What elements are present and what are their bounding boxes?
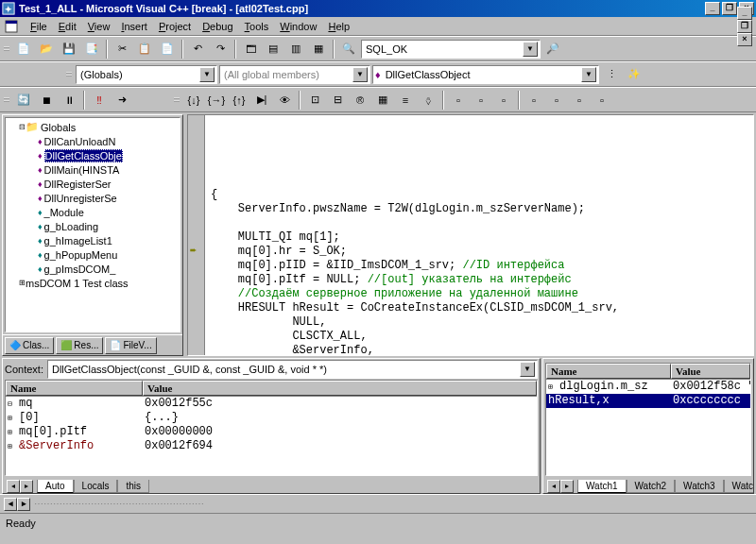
tab-this[interactable]: this [117,480,149,493]
step-over-icon[interactable]: {→} [206,90,227,110]
header-name[interactable]: Name [6,381,143,396]
tb-btn-c[interactable]: ▫ [493,90,514,110]
tab-fileview[interactable]: 📄FileV... [105,337,156,354]
tree-item[interactable]: DllMain(HINSTA [44,164,120,176]
minimize-button[interactable]: _ [705,2,720,15]
tree-item[interactable]: DllCanUnloadN [44,136,116,147]
full-screen-icon[interactable]: ▦ [308,39,329,59]
menu-help[interactable]: Help [322,19,355,34]
redo-icon[interactable]: ↷ [210,39,231,59]
save-icon[interactable]: 💾 [59,39,79,59]
tree-item[interactable]: DllUnregisterSe [44,193,117,204]
collapse-icon[interactable]: ⊟ [19,124,26,131]
tab-classview[interactable]: 🔷Clas... [5,337,54,354]
header-value[interactable]: Value [143,381,537,396]
undo-icon[interactable]: ↶ [187,39,208,59]
workspace-icon[interactable]: 🗔 [240,39,261,59]
tab-watch4[interactable]: Watch4 [724,480,754,493]
apply-changes-icon[interactable]: ‼ [89,90,110,110]
menu-edit[interactable]: Edit [53,19,82,34]
quickwatch-icon[interactable]: 👁 [274,90,295,110]
mdi-close-button[interactable]: × [737,33,752,46]
new-file-icon[interactable]: 📄 [13,39,34,59]
variables-list[interactable]: NameValue ⊟ mq0x0012f55c ⊞ [0]{...} ⊞ mq… [5,380,538,476]
wizard-icon[interactable]: ✨ [624,64,644,84]
expand-icon[interactable]: ⊞ [548,382,553,391]
mdi-icon[interactable] [4,19,19,34]
open-file-icon[interactable]: 📂 [36,39,57,59]
tree-item[interactable]: DllGetClassObje [44,149,123,162]
scope-combo[interactable]: (Globals) ▼ [76,65,217,84]
maximize-button[interactable]: ❐ [722,2,737,15]
menu-window[interactable]: Window [274,19,322,34]
menu-tools[interactable]: Tools [239,19,275,34]
chevron-down-icon[interactable]: ▼ [581,67,596,82]
break-icon[interactable]: ⏸ [59,90,79,110]
expand-icon[interactable]: ⊞ [19,280,26,287]
find-icon[interactable]: 🔎 [542,39,563,59]
mdi-restore-button[interactable]: ❐ [737,20,752,33]
expand-icon[interactable]: ⊞ [8,428,12,436]
show-next-icon[interactable]: ➜ [112,90,132,110]
tree-item[interactable]: DllRegisterSer [44,178,112,190]
prev-icon[interactable]: ⋮ [601,64,622,84]
restart-debug-icon[interactable]: 🔄 [13,90,34,110]
memory-icon[interactable]: ▦ [372,90,393,110]
expand-icon[interactable]: ⊞ [8,442,12,450]
mdi-minimize-button[interactable]: _ [737,7,752,20]
chevron-down-icon[interactable]: ▼ [352,67,368,82]
chevron-down-icon[interactable]: ▼ [520,362,535,377]
scroll-right-icon[interactable]: ▸ [17,498,30,511]
tb-btn-e[interactable]: ▫ [546,90,567,110]
tb-btn-b[interactable]: ▫ [471,90,491,110]
tab-locals[interactable]: Locals [74,480,118,493]
menu-view[interactable]: View [82,19,116,34]
paste-icon[interactable]: 📄 [157,39,178,59]
function-combo[interactable]: ♦ DllGetClassObject ▼ [372,65,599,84]
output-icon[interactable]: ▤ [263,39,284,59]
scroll-left-icon[interactable]: ◂ [547,480,560,493]
save-all-icon[interactable]: 📑 [81,39,102,59]
chevron-down-icon[interactable]: ▼ [199,67,215,82]
tb-btn-f[interactable]: ▫ [569,90,590,110]
find-text[interactable]: SQL_OK [364,43,523,55]
watch-icon[interactable]: ⊡ [304,90,325,110]
scroll-left-icon[interactable]: ◂ [4,498,17,511]
tb-btn-a[interactable]: ▫ [448,90,469,110]
header-value[interactable]: Value [671,364,750,379]
context-combo[interactable]: DllGetClassObject(const _GUID &, const _… [47,360,538,379]
watch-list[interactable]: NameValue ⊞ dlgLogin.m_sz0x0012f58c "P12… [545,363,751,476]
cut-icon[interactable]: ✂ [112,39,132,59]
find-combo[interactable]: SQL_OK ▼ [361,40,541,59]
tab-watch2[interactable]: Watch2 [627,480,676,493]
step-out-icon[interactable]: {↑} [229,90,249,110]
menu-insert[interactable]: Insert [115,19,153,34]
scroll-right-icon[interactable]: ▸ [560,480,574,493]
tree-item[interactable]: g_bLoading [44,221,99,232]
members-combo[interactable]: (All global members) ▼ [219,65,370,84]
find-in-files-icon[interactable]: 🔍 [338,39,359,59]
copy-icon[interactable]: 📋 [134,39,155,59]
tab-resourceview[interactable]: 🟩Res... [56,337,103,354]
chevron-down-icon[interactable]: ▼ [523,42,538,57]
disassembly-icon[interactable]: ⎀ [418,90,438,110]
tree-item[interactable]: _Module [44,207,84,218]
tree-item[interactable]: g_pImsDCOM_ [44,264,116,275]
window-list-icon[interactable]: ▥ [285,39,306,59]
tab-auto[interactable]: Auto [37,480,74,493]
registers-icon[interactable]: ® [350,90,370,110]
tb-btn-d[interactable]: ▫ [524,90,544,110]
callstack-icon[interactable]: ≡ [395,90,416,110]
tb-btn-g[interactable]: ▫ [592,90,612,110]
tree-item[interactable]: g_hPopupMenu [44,249,118,261]
header-name[interactable]: Name [546,364,671,379]
stop-debug-icon[interactable]: ⏹ [36,90,57,110]
scroll-right-icon[interactable]: ▸ [20,480,33,493]
tab-watch1[interactable]: Watch1 [577,480,627,493]
class-tree[interactable]: ⊟📁Globals ♦DllCanUnloadN ♦DllGetClassObj… [5,117,180,332]
step-into-icon[interactable]: {↓} [183,90,204,110]
run-to-cursor-icon[interactable]: ▶| [251,90,272,110]
menu-debug[interactable]: Debug [197,19,238,34]
variables-icon[interactable]: ⊟ [327,90,348,110]
code-editor[interactable]: ➨ { ServerInfo.pwszName = T2W(dlgLogin.m… [187,114,754,356]
